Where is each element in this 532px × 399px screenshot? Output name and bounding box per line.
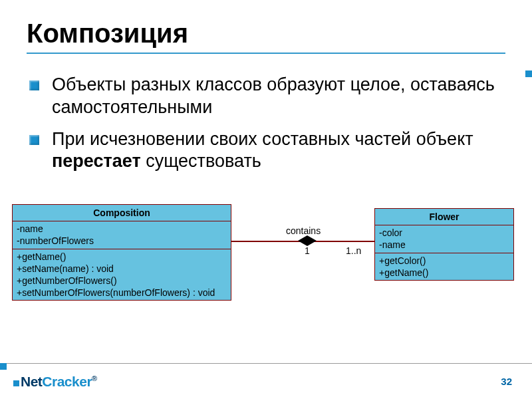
side-marker-icon: [0, 363, 7, 370]
uml-attr: -numberOfFlowers: [17, 235, 227, 247]
side-marker-icon: [525, 70, 532, 77]
slide-title: Композиция: [27, 19, 505, 49]
bullet-bold: перестает: [52, 151, 141, 171]
uml-attr: -color: [379, 227, 509, 239]
uml-class-flower: Flower -color -name +getColor() +getName…: [374, 208, 514, 281]
multiplicity-left: 1: [305, 245, 310, 256]
composition-diamond-icon: [298, 235, 317, 246]
uml-operations: +getName() +setName(name) : void +getNum…: [13, 249, 231, 301]
footer: NetCracker® 32: [0, 363, 532, 399]
uml-op: +getName(): [17, 251, 227, 263]
logo: NetCracker®: [13, 374, 97, 390]
uml-attr: -name: [379, 239, 509, 251]
uml-classname: Flower: [375, 209, 513, 225]
multiplicity-right: 1..n: [346, 245, 361, 256]
bullet-text: Объекты разных классов образуют целое, о…: [52, 74, 495, 117]
bullet-item: Объекты разных классов образуют целое, о…: [27, 74, 505, 119]
title-underline: [27, 53, 505, 54]
uml-op: +getName(): [379, 267, 509, 279]
uml-op: +getNumberOfFlowers(): [17, 275, 227, 287]
svg-marker-0: [298, 235, 317, 246]
uml-operations: +getColor() +getName(): [375, 253, 513, 280]
bullet-text: существовать: [141, 151, 261, 171]
uml-op: +setNumberOfFlowers(numberOfFlowers) : v…: [17, 287, 227, 299]
bullet-list: Объекты разных классов образуют целое, о…: [27, 74, 505, 173]
uml-classname: Composition: [13, 205, 231, 221]
bullet-item: При исчезновении своих составных частей …: [27, 128, 505, 174]
uml-op: +setName(name) : void: [17, 263, 227, 275]
uml-op: +getColor(): [379, 255, 509, 267]
bullet-text: При исчезновении своих составных частей …: [52, 129, 473, 149]
page-number: 32: [501, 376, 512, 387]
uml-diagram: Composition -name -numberOfFlowers +getN…: [12, 204, 517, 337]
logo-accent: Cracker: [42, 374, 92, 389]
logo-reg: ®: [92, 374, 97, 382]
relation-label: contains: [286, 225, 321, 236]
uml-class-composition: Composition -name -numberOfFlowers +getN…: [12, 204, 231, 301]
logo-square-icon: [13, 380, 19, 386]
uml-attributes: -name -numberOfFlowers: [13, 221, 231, 249]
logo-text: Net: [21, 374, 42, 389]
uml-attributes: -color -name: [375, 225, 513, 253]
uml-attr: -name: [17, 223, 227, 235]
